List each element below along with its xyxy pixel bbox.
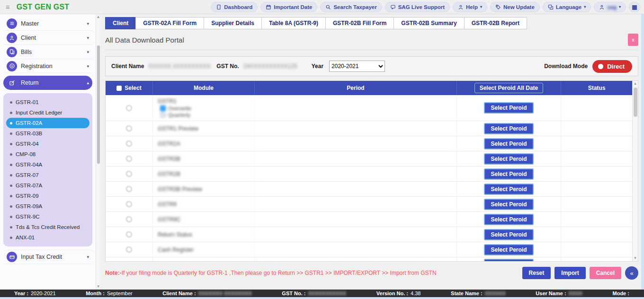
sidebar-subitem[interactable]: GSTR-01 bbox=[6, 97, 89, 107]
row-radio[interactable] bbox=[126, 105, 132, 111]
header-nav-button[interactable]: Search Taxpayer ▾ bbox=[320, 2, 382, 12]
scroll-down-icon[interactable]: ▼ bbox=[634, 256, 637, 260]
row-radio[interactable] bbox=[126, 125, 132, 132]
row-radio[interactable] bbox=[126, 141, 132, 147]
sidebar-subitem[interactable]: ANX-01 bbox=[6, 232, 89, 243]
scroll-down-icon[interactable]: ▼ bbox=[97, 285, 100, 289]
select-period-button[interactable]: Select Peroid bbox=[484, 168, 533, 180]
sidebar-subitem[interactable]: GSTR-04A bbox=[6, 159, 89, 170]
tab[interactable]: Supplier Details bbox=[204, 17, 262, 29]
module-name: Return Status bbox=[153, 231, 192, 238]
statusbar-item: User Name : XXXX bbox=[536, 290, 582, 296]
sidebar-group-return[interactable]: Return ▴ bbox=[3, 76, 92, 90]
header-nav-button[interactable]: Help ▾ bbox=[453, 2, 487, 12]
sidebar-group[interactable]: Bills ▾ bbox=[3, 45, 92, 59]
select-period-button[interactable]: Select Peroid bbox=[484, 184, 533, 195]
select-all-checkbox[interactable] bbox=[116, 86, 122, 91]
sidebar-subitem[interactable]: GSTR-9C bbox=[6, 211, 89, 222]
period-cell bbox=[255, 121, 457, 136]
status-cell bbox=[561, 167, 632, 181]
sidebar-subitem[interactable]: CMP-08 bbox=[6, 149, 89, 159]
select-period-button[interactable]: Select Peroid bbox=[484, 138, 533, 150]
tab[interactable]: Table 8A (GSTR-9) bbox=[261, 17, 326, 29]
caret-down-icon: ▾ bbox=[87, 21, 89, 26]
row-radio[interactable] bbox=[126, 186, 132, 192]
scrollbar-thumb[interactable] bbox=[634, 88, 637, 117]
checkbox-icon[interactable]: ✓ bbox=[160, 106, 166, 111]
reset-button[interactable]: Reset bbox=[522, 267, 551, 279]
select-period-button[interactable]: Select Peroid bbox=[484, 153, 533, 165]
hamburger-menu-icon[interactable]: ≡ bbox=[4, 3, 12, 10]
gst-no-value: 24XXXXXXXXXX1Z5 bbox=[243, 63, 307, 70]
select-period-button[interactable]: Select Peroid bbox=[484, 259, 533, 261]
status-cell bbox=[561, 197, 632, 211]
sidebar-subitem[interactable]: GSTR-09A bbox=[6, 201, 89, 211]
sidebar-subitem[interactable]: GSTR-03B bbox=[6, 128, 89, 139]
select-period-button[interactable]: Select Peroid bbox=[484, 214, 533, 225]
gst-no-label: GST No. bbox=[216, 63, 239, 70]
row-radio[interactable] bbox=[126, 171, 132, 177]
tab[interactable]: GSTR-02A Fill Form bbox=[135, 17, 204, 29]
sidebar-group-input-tax-credit[interactable]: Input Tax Credit ▾ bbox=[3, 250, 92, 264]
tab[interactable]: Client bbox=[105, 17, 136, 29]
tab[interactable]: GSTR-02B Fill Form bbox=[325, 17, 394, 29]
sidebar: Master ▾ Client ▾ Bills ▾ R Registration… bbox=[0, 14, 96, 290]
tab[interactable]: GSTR-02B Summary bbox=[394, 17, 464, 29]
table-scrollbar[interactable]: ▲ ▼ bbox=[632, 81, 638, 261]
sidebar-group[interactable]: Master ▾ bbox=[3, 17, 92, 31]
row-radio[interactable] bbox=[126, 216, 132, 222]
sidebar-group[interactable]: R Registration ▾ bbox=[3, 59, 92, 73]
scroll-up-icon[interactable]: ▲ bbox=[634, 82, 637, 86]
scrollbar-thumb[interactable] bbox=[97, 45, 100, 164]
sidebar-subitem[interactable]: GSTR-09 bbox=[6, 191, 89, 201]
caret-down-icon: ▾ bbox=[87, 50, 89, 54]
sidebar-subitem[interactable]: Tds & Tcs Credit Received bbox=[6, 222, 89, 232]
select-period-button[interactable]: Select Peroid bbox=[484, 199, 533, 210]
chat-icon bbox=[390, 4, 396, 10]
module-name: GSTR2B bbox=[153, 171, 180, 177]
select-period-button[interactable]: Select Peroid bbox=[484, 229, 533, 240]
period-cell bbox=[255, 151, 457, 166]
header-nav-button[interactable]: New Update ▾ bbox=[490, 2, 540, 12]
checkbox-icon[interactable] bbox=[160, 112, 166, 118]
module-option[interactable]: Quarterly bbox=[160, 112, 191, 118]
scroll-up-icon[interactable]: ▲ bbox=[97, 15, 100, 19]
module-name: GSTR1 bbox=[153, 98, 177, 105]
tab-bar: Client GSTR-02A Fill Form Supplier Detai… bbox=[105, 17, 638, 29]
period-cell bbox=[255, 167, 457, 181]
sidebar-subitem[interactable]: GSTR-04 bbox=[6, 139, 89, 149]
statusbar-item: State Name : XXXXXX bbox=[451, 290, 506, 296]
select-period-button[interactable]: Select Peroid bbox=[484, 123, 533, 134]
row-radio[interactable] bbox=[126, 246, 132, 253]
tab[interactable]: GSTR-02B Report bbox=[464, 17, 527, 29]
header-nav-button[interactable]: sag ▾ bbox=[594, 2, 626, 12]
select-period-button[interactable]: Select Peroid bbox=[484, 244, 533, 255]
row-radio[interactable] bbox=[126, 201, 132, 207]
close-button[interactable]: x bbox=[628, 34, 638, 46]
sidebar-subitem[interactable]: GSTR-07A bbox=[6, 180, 89, 191]
select-period-all-date-button[interactable]: Select Peroid All Date bbox=[474, 83, 544, 93]
sidebar-scrollbar[interactable]: ▲ ▼ bbox=[96, 14, 100, 290]
sidebar-subitem[interactable]: GSTR-07 bbox=[6, 170, 89, 180]
header-nav-button[interactable]: Important Date ▾ bbox=[260, 2, 317, 12]
select-period-button[interactable]: Select Peroid bbox=[484, 102, 533, 114]
download-mode-direct-button[interactable]: Direct bbox=[592, 60, 632, 73]
header-nav-button[interactable]: SAG Live Support ▾ bbox=[385, 2, 450, 12]
row-radio[interactable] bbox=[126, 156, 132, 162]
sidebar-subitem[interactable]: GSTR-02A bbox=[6, 118, 89, 128]
collapse-button[interactable]: « bbox=[625, 266, 638, 280]
header-nav-button[interactable]: ▦ ▾ bbox=[629, 2, 640, 12]
year-select[interactable]: 2020-2021 bbox=[329, 61, 385, 72]
module-option[interactable]: ✓Overwrite bbox=[160, 106, 191, 111]
sidebar-group[interactable]: Client ▾ bbox=[3, 31, 92, 45]
cancel-button[interactable]: Cancel bbox=[590, 267, 621, 279]
header-nav-button[interactable]: Dashboard ▾ bbox=[211, 2, 258, 12]
header-nav-button[interactable]: Language ▾ bbox=[543, 2, 591, 12]
import-button[interactable]: Import bbox=[555, 267, 585, 279]
caret-up-icon: ▴ bbox=[87, 80, 89, 85]
grid-icon: ▦ bbox=[632, 4, 637, 10]
row-radio[interactable] bbox=[126, 231, 132, 237]
table-row: GSTR1 Preview Select Peroid bbox=[106, 121, 632, 136]
sidebar-subitem[interactable]: Input Credit Ledger bbox=[6, 107, 89, 118]
list-icon bbox=[7, 18, 17, 29]
